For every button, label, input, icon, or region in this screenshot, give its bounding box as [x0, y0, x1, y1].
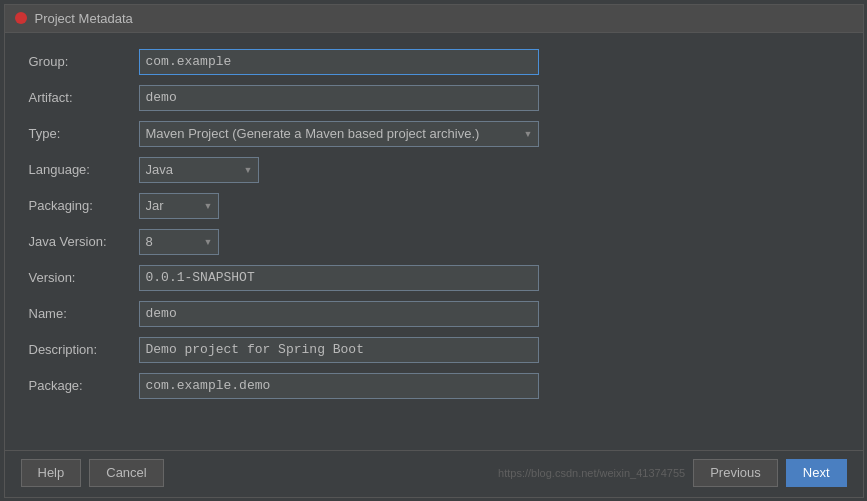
footer-right: https://blog.csdn.net/weixin_41374755 Pr…	[498, 459, 846, 487]
java-version-label: Java Version:	[29, 234, 139, 249]
packaging-row: Packaging: Jar War	[29, 193, 839, 219]
language-select[interactable]: Java Kotlin Groovy	[139, 157, 259, 183]
previous-button[interactable]: Previous	[693, 459, 778, 487]
language-row: Language: Java Kotlin Groovy	[29, 157, 839, 183]
package-label: Package:	[29, 378, 139, 393]
dialog-body: Group: Artifact: Type: Maven Project (Ge…	[5, 33, 863, 450]
url-text: https://blog.csdn.net/weixin_41374755	[498, 467, 685, 479]
next-button[interactable]: Next	[786, 459, 847, 487]
group-input[interactable]	[139, 49, 539, 75]
version-label: Version:	[29, 270, 139, 285]
footer-left: Help Cancel	[21, 459, 164, 487]
package-input[interactable]	[139, 373, 539, 399]
packaging-label: Packaging:	[29, 198, 139, 213]
cancel-button[interactable]: Cancel	[89, 459, 163, 487]
language-label: Language:	[29, 162, 139, 177]
close-icon[interactable]	[15, 12, 27, 24]
packaging-select[interactable]: Jar War	[139, 193, 219, 219]
name-label: Name:	[29, 306, 139, 321]
artifact-input[interactable]	[139, 85, 539, 111]
artifact-label: Artifact:	[29, 90, 139, 105]
type-label: Type:	[29, 126, 139, 141]
project-metadata-dialog: Project Metadata Group: Artifact: Type: …	[4, 4, 864, 498]
description-label: Description:	[29, 342, 139, 357]
java-version-select-wrapper: 8 11 17	[139, 229, 219, 255]
dialog-title: Project Metadata	[35, 11, 133, 26]
package-row: Package:	[29, 373, 839, 399]
name-row: Name:	[29, 301, 839, 327]
type-select-wrapper: Maven Project (Generate a Maven based pr…	[139, 121, 539, 147]
packaging-select-wrapper: Jar War	[139, 193, 219, 219]
language-select-wrapper: Java Kotlin Groovy	[139, 157, 259, 183]
type-select[interactable]: Maven Project (Generate a Maven based pr…	[139, 121, 539, 147]
version-input[interactable]	[139, 265, 539, 291]
description-row: Description:	[29, 337, 839, 363]
name-input[interactable]	[139, 301, 539, 327]
java-version-select[interactable]: 8 11 17	[139, 229, 219, 255]
title-bar: Project Metadata	[5, 5, 863, 33]
version-row: Version:	[29, 265, 839, 291]
artifact-row: Artifact:	[29, 85, 839, 111]
group-label: Group:	[29, 54, 139, 69]
group-row: Group:	[29, 49, 839, 75]
type-row: Type: Maven Project (Generate a Maven ba…	[29, 121, 839, 147]
help-button[interactable]: Help	[21, 459, 82, 487]
description-input[interactable]	[139, 337, 539, 363]
java-version-row: Java Version: 8 11 17	[29, 229, 839, 255]
